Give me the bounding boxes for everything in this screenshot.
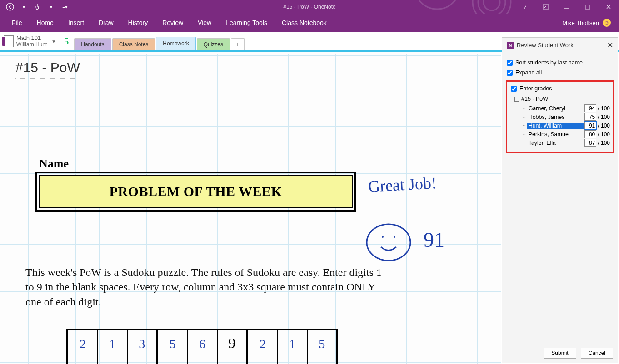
student-row[interactable]: ⋯Perkins, Samuel/ 100 bbox=[523, 130, 610, 138]
sudoku-cell: 3 bbox=[157, 357, 187, 364]
minimize-button[interactable] bbox=[556, 0, 577, 14]
grade-max-label: / 100 bbox=[598, 123, 610, 129]
sudoku-cell: 2 bbox=[247, 330, 277, 357]
sudoku-cell: 9 bbox=[217, 330, 247, 357]
pow-banner-text: PROBLEM OF THE WEEK bbox=[39, 175, 353, 208]
sudoku-grid: 213569215975348634861412792 bbox=[66, 329, 338, 364]
sudoku-cell: 9 bbox=[67, 357, 97, 364]
user-smiley-icon[interactable]: ☺ bbox=[603, 19, 611, 27]
grade-input[interactable] bbox=[584, 113, 596, 121]
tree-connector-icon: ⋯ bbox=[523, 105, 525, 111]
assignment-tree-node[interactable]: − #15 - PoW bbox=[514, 96, 610, 102]
tree-connector-icon: ⋯ bbox=[523, 140, 525, 146]
tab-file[interactable]: File bbox=[5, 14, 30, 32]
notebook-picker[interactable]: Math 101 William Hunt ▼ 5 bbox=[4, 34, 69, 50]
pow-description: This week's PoW is a Sudoku puzzle. The … bbox=[25, 265, 384, 309]
tab-learning-tools[interactable]: Learning Tools bbox=[219, 14, 275, 32]
tab-review[interactable]: Review bbox=[155, 14, 190, 32]
sudoku-cell: 3 bbox=[127, 330, 157, 357]
svg-point-2 bbox=[484, 0, 500, 10]
tab-class-notebook[interactable]: Class Notebook bbox=[275, 14, 334, 32]
grade-input[interactable] bbox=[584, 104, 596, 112]
notebook-dropdown-icon[interactable]: ▼ bbox=[50, 39, 58, 44]
student-row[interactable]: ⋯Hunt, William/ 100 bbox=[523, 121, 610, 130]
submit-button[interactable]: Submit bbox=[544, 348, 576, 359]
teacher-ink-comment: Great Job! bbox=[368, 173, 437, 196]
tab-home[interactable]: Home bbox=[30, 14, 61, 32]
collapse-icon[interactable]: − bbox=[514, 97, 519, 102]
tree-connector-icon: ⋯ bbox=[523, 123, 525, 128]
sudoku-cell: 2 bbox=[67, 330, 97, 357]
sort-students-checkbox[interactable]: Sort students by last name bbox=[506, 58, 614, 68]
student-row[interactable]: ⋯Garner, Cheryl/ 100 bbox=[523, 104, 610, 113]
qat-dropdown-1[interactable]: ▾ bbox=[19, 2, 28, 11]
grade-input[interactable] bbox=[584, 122, 596, 129]
section-homework[interactable]: Homework bbox=[156, 37, 195, 50]
section-handouts[interactable]: Handouts bbox=[74, 38, 111, 50]
sudoku-cell: 5 bbox=[307, 330, 337, 357]
signed-in-user[interactable]: Mike Tholfsen bbox=[562, 20, 599, 26]
grade-input[interactable] bbox=[584, 139, 596, 147]
qat-dropdown-2[interactable]: ▾ bbox=[46, 2, 55, 11]
grade-input[interactable] bbox=[584, 130, 596, 138]
teacher-ink-smiley bbox=[364, 220, 414, 265]
tab-draw[interactable]: Draw bbox=[91, 14, 121, 32]
grades-highlight-box: Enter grades − #15 - PoW ⋯Garner, Cheryl… bbox=[506, 80, 614, 153]
sudoku-cell: 3 bbox=[277, 357, 307, 364]
ribbon-tabs: File Home Insert Draw History Review Vie… bbox=[0, 14, 619, 32]
student-name[interactable]: Garner, Cheryl bbox=[527, 105, 585, 112]
sudoku-cell: 1 bbox=[97, 330, 127, 357]
section-quizzes[interactable]: Quizzes bbox=[197, 38, 230, 50]
tree-connector-icon: ⋯ bbox=[523, 131, 525, 137]
sudoku-cell: 4 bbox=[187, 357, 217, 364]
teacher-ink-score: 91 bbox=[424, 228, 444, 252]
touch-mode-button[interactable] bbox=[33, 2, 42, 11]
enter-grades-checkbox[interactable]: Enter grades bbox=[510, 84, 610, 93]
expand-all-checkbox[interactable]: Expand all bbox=[506, 68, 614, 78]
student-row[interactable]: ⋯Taylor, Ella/ 100 bbox=[523, 138, 610, 147]
page-canvas[interactable]: #15 - PoW Name PROBLEM OF THE WEEK Great… bbox=[0, 52, 501, 364]
tree-connector-icon: ⋯ bbox=[523, 114, 525, 120]
tab-view[interactable]: View bbox=[190, 14, 219, 32]
notebook-student: William Hunt bbox=[16, 41, 47, 48]
student-name[interactable]: Hunt, William bbox=[527, 123, 585, 129]
sudoku-cell: 6 bbox=[247, 357, 277, 364]
sudoku-cell: 6 bbox=[187, 330, 217, 357]
svg-rect-5 bbox=[543, 5, 549, 9]
svg-point-3 bbox=[414, 0, 460, 9]
svg-point-4 bbox=[6, 3, 14, 10]
svg-point-10 bbox=[394, 236, 395, 238]
panel-close-button[interactable]: ✕ bbox=[607, 41, 613, 49]
sudoku-cell: 7 bbox=[97, 357, 127, 364]
sudoku-cell: 5 bbox=[127, 357, 157, 364]
add-section-button[interactable]: + bbox=[231, 38, 245, 50]
student-row[interactable]: ⋯Hobbs, James/ 100 bbox=[523, 113, 610, 121]
onenote-app-icon: N bbox=[507, 42, 514, 49]
sudoku-cell: 4 bbox=[307, 357, 337, 364]
grade-max-label: / 100 bbox=[598, 105, 610, 112]
back-button[interactable] bbox=[5, 2, 15, 11]
pow-banner: PROBLEM OF THE WEEK bbox=[35, 172, 356, 212]
tab-insert[interactable]: Insert bbox=[61, 14, 91, 32]
ribbon-display-button[interactable] bbox=[535, 0, 556, 14]
qat-customize[interactable]: = ▾ bbox=[60, 2, 69, 11]
sudoku-cell: 8 bbox=[217, 357, 247, 364]
grade-max-label: / 100 bbox=[598, 114, 610, 120]
svg-point-8 bbox=[367, 224, 410, 261]
student-name[interactable]: Perkins, Samuel bbox=[527, 131, 585, 138]
student-name[interactable]: Hobbs, James bbox=[527, 114, 585, 120]
sync-badge: 5 bbox=[64, 36, 69, 47]
cancel-button[interactable]: Cancel bbox=[581, 348, 613, 359]
review-student-work-panel: N Review Student Work ✕ Sort students by… bbox=[502, 37, 618, 363]
notebook-icon bbox=[4, 35, 14, 47]
student-name[interactable]: Taylor, Ella bbox=[527, 140, 585, 146]
page-title[interactable]: #15 - PoW bbox=[15, 60, 80, 75]
grade-max-label: / 100 bbox=[598, 131, 610, 138]
help-icon[interactable]: ? bbox=[514, 0, 535, 14]
close-button[interactable] bbox=[598, 0, 619, 14]
title-bar: ▾ ▾ = ▾ #15 - PoW - OneNote ? bbox=[0, 0, 619, 14]
maximize-button[interactable] bbox=[577, 0, 598, 14]
sudoku-cell: 1 bbox=[277, 330, 307, 357]
section-classnotes[interactable]: Class Notes bbox=[112, 38, 155, 50]
tab-history[interactable]: History bbox=[121, 14, 155, 32]
